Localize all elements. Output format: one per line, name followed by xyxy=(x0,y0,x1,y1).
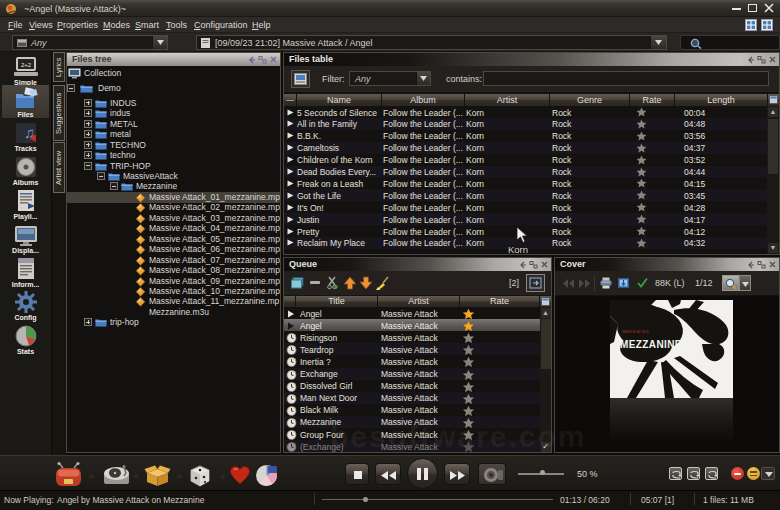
svg-text:MEZZANINE: MEZZANINE xyxy=(620,339,682,350)
svg-text:2+2: 2+2 xyxy=(20,62,31,68)
svg-text:MASSIVE ATTACK: MASSIVE ATTACK xyxy=(622,330,650,334)
